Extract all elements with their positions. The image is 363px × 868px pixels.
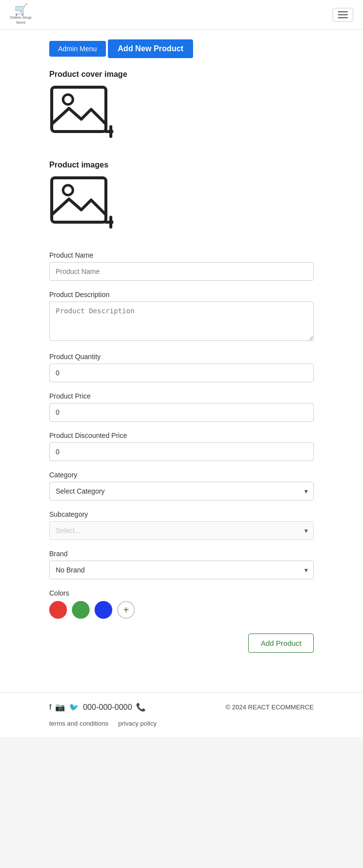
brand-select[interactable]: No Brand [49,561,314,579]
logo: 🛒 Online ShopStore [10,4,32,25]
hamburger-line [338,17,348,18]
header: 🛒 Online ShopStore [0,0,363,30]
subcategory-select-wrapper: Select... [49,521,314,540]
product-images-upload[interactable] [49,175,113,230]
category-select[interactable]: Select Category [49,482,314,501]
product-name-label: Product Name [49,251,314,259]
logo-text: Online ShopStore [10,15,32,25]
page-title: Add New Product [108,39,193,58]
add-color-button[interactable]: + [117,601,135,619]
product-price-label: Product Price [49,392,314,400]
category-field: Category Select Category [49,471,314,501]
footer: f 📷 🐦 000-000-0000 📞 © 2024 REACT ECOMME… [0,692,363,737]
twitter-icon: 🐦 [69,702,79,712]
color-swatch-green[interactable] [72,601,90,619]
phone-icon: 📞 [136,702,146,712]
subcategory-label: Subcategory [49,510,314,518]
terms-link[interactable]: terms and conditions [49,720,108,727]
product-quantity-field: Product Quantity [49,353,314,382]
product-name-input[interactable] [49,262,314,281]
product-price-input[interactable] [49,403,314,422]
colors-label: Colors [49,589,314,597]
product-quantity-input[interactable] [49,364,314,382]
facebook-icon: f [49,703,51,712]
svg-point-5 [63,185,73,195]
svg-point-1 [63,95,73,104]
product-images-label: Product images [49,161,314,169]
footer-phone: 000-000-0000 [83,703,132,712]
product-name-field: Product Name [49,251,314,281]
footer-top: f 📷 🐦 000-000-0000 📞 © 2024 REACT ECOMME… [49,702,314,712]
color-swatch-blue[interactable] [95,601,112,619]
privacy-link[interactable]: privacy policy [118,720,157,727]
color-swatch-red[interactable] [49,601,67,619]
product-discounted-price-label: Product Discounted Price [49,432,314,439]
subcategory-field: Subcategory Select... [49,510,314,540]
product-discounted-price-input[interactable] [49,442,314,461]
product-image-placeholder-svg [49,175,113,230]
brand-label: Brand [49,550,314,558]
product-description-field: Product Description [49,291,314,343]
hamburger-menu-button[interactable] [332,8,353,22]
svg-rect-4 [52,178,106,222]
cart-icon: 🛒 [14,4,28,15]
colors-section: Colors + [49,589,314,619]
color-swatches: + [49,601,314,619]
product-price-field: Product Price [49,392,314,422]
cover-image-label: Product cover image [49,70,314,79]
svg-rect-0 [52,87,106,132]
product-images-section: Product images [49,161,314,241]
product-discounted-price-field: Product Discounted Price [49,432,314,461]
footer-copyright: © 2024 REACT ECOMMERCE [226,703,314,711]
cover-image-section: Product cover image [49,70,314,151]
footer-links: terms and conditions privacy policy [49,720,314,727]
brand-select-wrapper: No Brand [49,561,314,579]
product-description-label: Product Description [49,291,314,299]
category-select-wrapper: Select Category [49,482,314,501]
instagram-icon: 📷 [55,702,65,712]
brand-field: Brand No Brand [49,550,314,579]
cover-image-upload[interactable] [49,85,113,139]
product-description-input[interactable] [49,301,314,341]
category-label: Category [49,471,314,479]
main-content: Admin Menu Add New Product Product cover… [0,30,363,692]
admin-menu-button[interactable]: Admin Menu [49,41,106,57]
add-product-button[interactable]: Add Product [248,634,314,653]
subcategory-select[interactable]: Select... [49,521,314,540]
hamburger-line [338,14,348,15]
product-quantity-label: Product Quantity [49,353,314,361]
hamburger-line [338,11,348,12]
footer-social: f 📷 🐦 000-000-0000 📞 [49,702,146,712]
cover-image-placeholder-svg [49,85,113,139]
